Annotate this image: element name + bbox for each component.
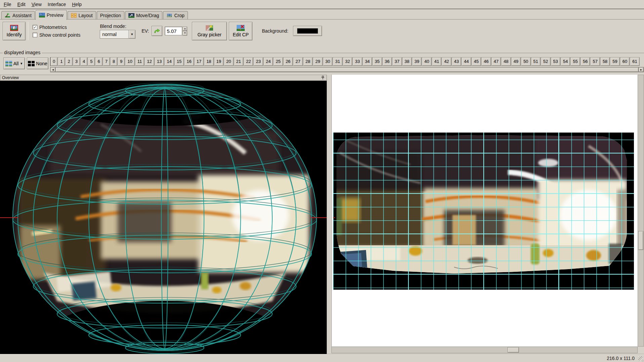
spin-up-button[interactable]: ▲ <box>183 27 187 31</box>
image-toggle-button[interactable]: 45 <box>472 57 481 66</box>
image-toggle-button[interactable]: 47 <box>491 57 501 66</box>
image-toggle-button[interactable]: 5 <box>88 57 95 66</box>
menu-view[interactable]: View <box>29 1 45 8</box>
show-all-button[interactable]: All▼ <box>3 58 25 69</box>
pin-icon[interactable] <box>321 76 325 80</box>
image-toggle-button[interactable]: 27 <box>293 57 303 66</box>
image-toggle-button[interactable]: 0 <box>50 57 57 66</box>
image-toggle-button[interactable]: 29 <box>313 57 322 66</box>
tab-preview[interactable]: GL Preview <box>36 10 67 20</box>
image-toggle-button[interactable]: 46 <box>481 57 491 66</box>
image-toggle-button[interactable]: 13 <box>155 57 164 66</box>
preview-horizontal-scrollbar[interactable] <box>331 347 638 353</box>
image-toggle-button[interactable]: 12 <box>145 57 154 66</box>
image-strip-scrollbar[interactable]: ◄ ► <box>50 67 644 72</box>
image-toggle-button[interactable]: 33 <box>353 57 362 66</box>
image-toggle-button[interactable]: 42 <box>442 57 451 66</box>
image-toggle-button[interactable]: 40 <box>422 57 431 66</box>
image-toggle-button[interactable]: 14 <box>164 57 174 66</box>
image-toggle-button[interactable]: 11 <box>135 57 145 66</box>
ev-value-field[interactable] <box>165 27 182 35</box>
image-toggle-button[interactable]: 16 <box>184 57 194 66</box>
image-toggle-button[interactable]: 7 <box>103 57 110 66</box>
image-toggle-button[interactable]: 30 <box>323 57 332 66</box>
tab-assistant[interactable]: Assistant <box>1 11 35 20</box>
image-toggle-button[interactable]: 22 <box>244 57 253 66</box>
photometrics-row[interactable]: Photometrics <box>33 25 80 30</box>
spin-down-button[interactable]: ▼ <box>183 31 187 36</box>
edit-cp-button[interactable]: Edit CP <box>229 22 252 40</box>
image-toggle-button[interactable]: 21 <box>234 57 243 66</box>
menu-interface[interactable]: Interface <box>45 1 69 8</box>
image-toggle-button[interactable]: 15 <box>174 57 184 66</box>
tab-layout[interactable]: Layout <box>68 11 96 20</box>
image-toggle-button[interactable]: 53 <box>551 57 560 66</box>
image-toggle-button[interactable]: 43 <box>452 57 461 66</box>
image-toggle-button[interactable]: 32 <box>343 57 352 66</box>
image-toggle-button[interactable]: 4 <box>80 57 87 66</box>
image-toggle-button[interactable]: 18 <box>204 57 213 66</box>
image-toggle-button[interactable]: 38 <box>402 57 412 66</box>
image-toggle-button[interactable]: 52 <box>541 57 550 66</box>
horizontal-scroll-thumb[interactable] <box>508 347 519 353</box>
image-toggle-button[interactable]: 25 <box>273 57 283 66</box>
scroll-left-icon[interactable]: ◄ <box>50 67 55 72</box>
image-toggle-button[interactable]: 61 <box>630 57 639 66</box>
image-toggle-button[interactable]: 37 <box>392 57 402 66</box>
image-toggle-button[interactable]: 26 <box>283 57 293 66</box>
image-toggle-button[interactable]: 58 <box>600 57 610 66</box>
blend-mode-select[interactable]: normal ▼ <box>100 30 135 39</box>
show-control-points-row[interactable]: Show control points <box>33 32 80 38</box>
image-toggle-button[interactable]: 2 <box>65 57 72 66</box>
image-toggle-button[interactable]: 50 <box>521 57 530 66</box>
image-toggle-button[interactable]: 23 <box>253 57 263 66</box>
overview-sphere-canvas[interactable] <box>0 81 327 354</box>
tab-projection[interactable]: Projection <box>97 11 124 20</box>
image-toggle-button[interactable]: 8 <box>110 57 117 66</box>
image-toggle-button[interactable]: 34 <box>363 57 372 66</box>
image-toggle-button[interactable]: 59 <box>610 57 619 66</box>
background-color-button[interactable] <box>293 26 322 36</box>
image-toggle-button[interactable]: 6 <box>95 57 102 66</box>
ev-apply-button[interactable] <box>152 26 162 36</box>
image-toggle-button[interactable]: 60 <box>620 57 630 66</box>
tab-move-drag[interactable]: Move/Drag <box>125 11 162 20</box>
menu-file[interactable]: File <box>1 1 14 8</box>
image-toggle-button[interactable]: 3 <box>73 57 80 66</box>
image-toggle-button[interactable]: 44 <box>461 57 471 66</box>
image-toggle-button[interactable]: 39 <box>412 57 421 66</box>
gray-picker-button[interactable]: Gray picker <box>192 22 227 40</box>
menu-edit[interactable]: Edit <box>14 1 29 8</box>
menu-help[interactable]: Help <box>69 1 85 8</box>
panel-splitter[interactable] <box>327 75 331 354</box>
image-toggle-button[interactable]: 31 <box>333 57 342 66</box>
image-strip-scroll-thumb[interactable] <box>55 67 639 72</box>
image-toggle-button[interactable]: 17 <box>194 57 204 66</box>
image-toggle-button[interactable]: 56 <box>580 57 590 66</box>
show-control-points-checkbox[interactable] <box>33 33 37 37</box>
scroll-right-icon[interactable]: ► <box>639 67 644 72</box>
image-toggle-button[interactable]: 10 <box>125 57 134 66</box>
panorama-preview-canvas[interactable] <box>331 75 638 347</box>
image-toggle-button[interactable]: 57 <box>590 57 600 66</box>
vertical-scroll-thumb[interactable] <box>638 231 643 250</box>
image-toggle-button[interactable]: 51 <box>531 57 540 66</box>
image-toggle-button[interactable]: 28 <box>303 57 313 66</box>
image-toggle-button[interactable]: 9 <box>118 57 125 66</box>
image-toggle-button[interactable]: 19 <box>214 57 224 66</box>
photometrics-checkbox[interactable] <box>33 25 37 30</box>
image-toggle-button[interactable]: 24 <box>264 57 273 66</box>
identify-button[interactable]: 1 Identify <box>3 22 26 40</box>
image-toggle-button[interactable]: 48 <box>501 57 511 66</box>
preview-vertical-scrollbar[interactable] <box>638 75 644 347</box>
image-toggle-button[interactable]: 41 <box>432 57 441 66</box>
tab-crop[interactable]: Crop <box>163 11 188 20</box>
image-toggle-button[interactable]: 55 <box>570 57 580 66</box>
image-toggle-button[interactable]: 35 <box>372 57 382 66</box>
image-toggle-button[interactable]: 1 <box>58 57 65 66</box>
image-toggle-button[interactable]: 36 <box>383 57 392 66</box>
show-none-button[interactable]: None <box>27 58 48 69</box>
image-toggle-button[interactable]: 49 <box>511 57 521 66</box>
chevron-down-icon[interactable]: ▼ <box>128 30 135 38</box>
resize-grip-icon[interactable] <box>638 356 643 361</box>
